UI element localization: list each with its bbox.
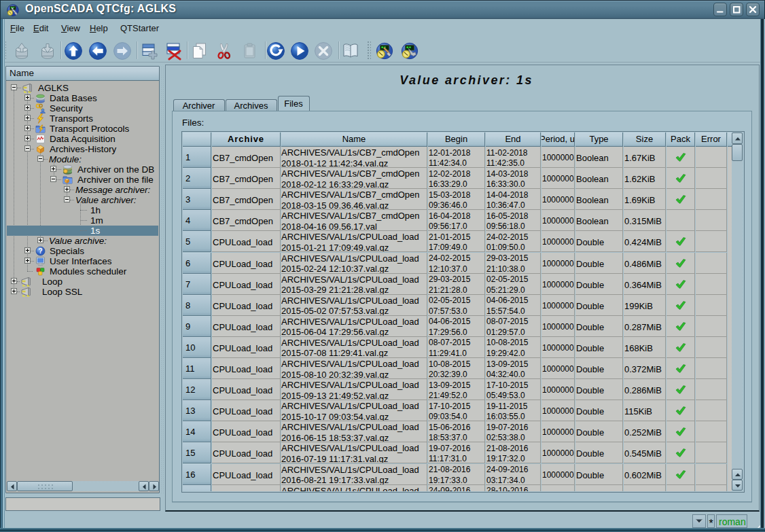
svg-text:?: ? (38, 247, 42, 255)
